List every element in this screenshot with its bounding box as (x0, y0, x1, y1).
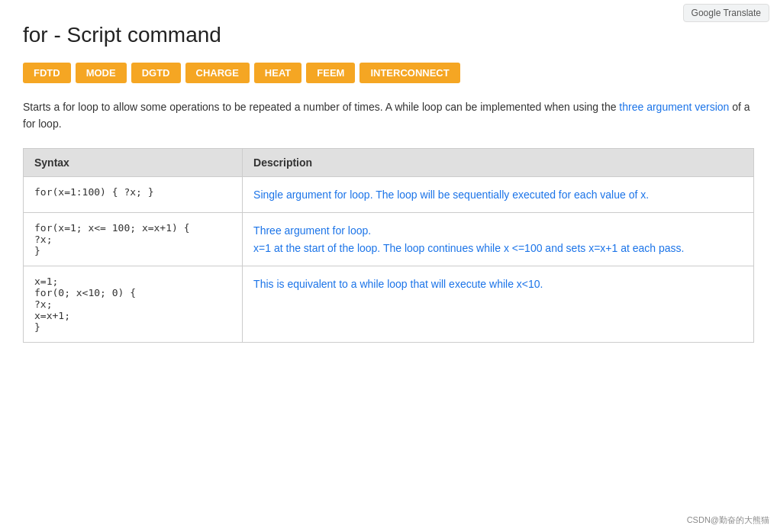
google-translate-button[interactable]: Google Translate (683, 4, 769, 22)
column-header-description: Description (243, 148, 754, 176)
tags-container: FDTDMODEDGTDCHARGEHEATFEEMINTERCONNECT (23, 63, 754, 83)
tag-dgtd[interactable]: DGTD (131, 63, 181, 83)
tag-charge[interactable]: CHARGE (185, 63, 250, 83)
tag-fdtd[interactable]: FDTD (23, 63, 71, 83)
description-line: Single argument for loop. The loop will … (253, 189, 649, 201)
description-line: This is equivalent to a while loop that … (253, 278, 543, 290)
description-line: x=1 at the start of the loop. The loop c… (253, 242, 684, 254)
description-cell-2: This is equivalent to a while loop that … (243, 266, 754, 343)
table-row: for(x=1:100) { ?x; }Single argument for … (24, 176, 754, 212)
syntax-table: Syntax Description for(x=1:100) { ?x; }S… (23, 148, 754, 343)
description-cell-0: Single argument for loop. The loop will … (243, 176, 754, 212)
tag-feem[interactable]: FEEM (306, 63, 355, 83)
table-row: for(x=1; x<= 100; x=x+1) { ?x; }Three ar… (24, 213, 754, 266)
description-part1: Starts a for loop to allow some operatio… (23, 101, 619, 113)
column-header-syntax: Syntax (24, 148, 243, 176)
syntax-cell-1: for(x=1; x<= 100; x=x+1) { ?x; } (24, 213, 243, 266)
tag-mode[interactable]: MODE (76, 63, 127, 83)
google-translate-label: Google Translate (692, 8, 761, 18)
description-line: Three argument for loop. (253, 224, 371, 237)
tag-heat[interactable]: HEAT (254, 63, 301, 83)
table-row: x=1; for(0; x<10; 0) { ?x; x=x+1; }This … (24, 266, 754, 343)
syntax-cell-2: x=1; for(0; x<10; 0) { ?x; x=x+1; } (24, 266, 243, 343)
description-cell-1: Three argument for loop.x=1 at the start… (243, 213, 754, 266)
tag-interconnect[interactable]: INTERCONNECT (359, 63, 459, 83)
page-title: for - Script command (23, 23, 754, 47)
description-text: Starts a for loop to allow some operatio… (23, 98, 754, 133)
description-link[interactable]: three argument version (619, 101, 729, 113)
syntax-cell-0: for(x=1:100) { ?x; } (24, 176, 243, 212)
